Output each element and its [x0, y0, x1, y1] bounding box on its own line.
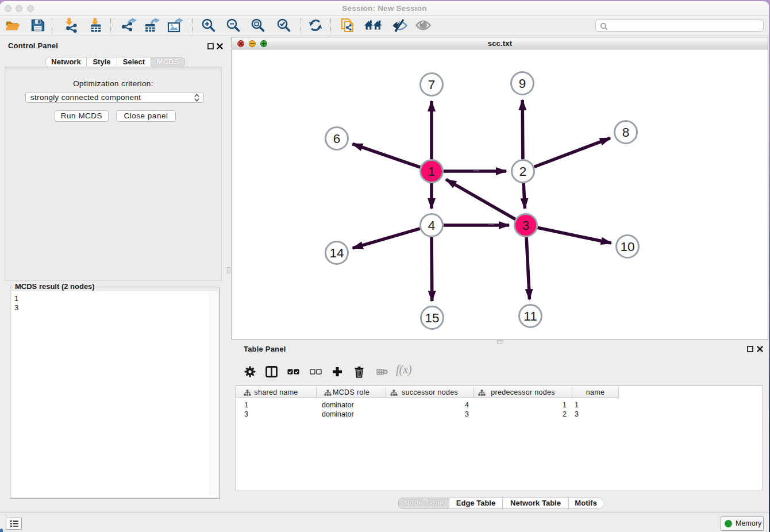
svg-text:9: 9: [519, 76, 526, 91]
svg-text:14: 14: [329, 246, 344, 260]
svg-text:15: 15: [425, 311, 439, 325]
svg-text:7: 7: [428, 78, 436, 92]
svg-text:10: 10: [620, 240, 634, 254]
svg-text:2: 2: [519, 164, 527, 179]
svg-text:6: 6: [333, 132, 341, 146]
svg-text:1: 1: [428, 164, 436, 179]
svg-text:8: 8: [622, 125, 630, 140]
svg-text:11: 11: [523, 309, 537, 323]
svg-text:3: 3: [522, 218, 530, 233]
svg-text:4: 4: [428, 218, 436, 233]
